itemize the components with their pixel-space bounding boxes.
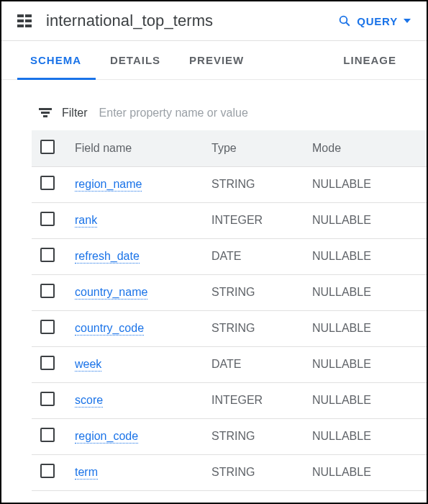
- field-type: INTEGER: [211, 382, 312, 418]
- row-checkbox[interactable]: [40, 356, 55, 370]
- schema-panel: Filter Field name Type Mode region_nameS…: [1, 80, 427, 503]
- filter-icon: [39, 108, 52, 118]
- field-mode: NULLABLE: [312, 274, 427, 310]
- filter-bar: Filter: [32, 102, 427, 130]
- filter-input[interactable]: [98, 106, 427, 120]
- table-row: country_nameSTRINGNULLABLE: [32, 274, 427, 310]
- tab-preview[interactable]: PREVIEW: [175, 41, 258, 79]
- field-mode: NULLABLE: [312, 382, 427, 418]
- filter-label: Filter: [62, 107, 88, 120]
- field-mode: NULLABLE: [312, 202, 427, 238]
- column-header-mode[interactable]: Mode: [312, 130, 427, 166]
- page-title: international_top_terms: [46, 12, 325, 30]
- table-header-row: Field name Type Mode: [32, 130, 427, 166]
- table-row: refresh_dateDATENULLABLE: [32, 238, 427, 274]
- table-row: rankINTEGERNULLABLE: [32, 202, 427, 238]
- tab-bar: SCHEMADETAILSPREVIEWLINEAGE: [1, 41, 427, 80]
- field-type: DATE: [211, 238, 312, 274]
- field-type: DATE: [211, 346, 312, 382]
- table-row: region_codeSTRINGNULLABLE: [32, 418, 427, 454]
- field-link[interactable]: country_code: [75, 322, 144, 336]
- tab-details[interactable]: DETAILS: [96, 41, 175, 79]
- field-link[interactable]: score: [75, 394, 103, 408]
- field-link[interactable]: rank: [75, 214, 97, 228]
- row-checkbox[interactable]: [40, 320, 55, 334]
- table-icon: [17, 14, 33, 27]
- field-link[interactable]: region_name: [75, 178, 142, 192]
- field-link[interactable]: refresh_date: [75, 250, 140, 264]
- table-row: weekDATENULLABLE: [32, 346, 427, 382]
- tab-schema[interactable]: SCHEMA: [17, 41, 96, 79]
- field-type: STRING: [211, 166, 312, 202]
- svg-line-1: [346, 22, 350, 26]
- header-bar: international_top_terms QUERY: [1, 1, 427, 40]
- select-all-checkbox[interactable]: [40, 140, 55, 154]
- tab-lineage[interactable]: LINEAGE: [329, 41, 411, 79]
- chevron-down-icon: [404, 19, 411, 23]
- field-mode: NULLABLE: [312, 310, 427, 346]
- column-header-field-name[interactable]: Field name: [75, 130, 211, 166]
- table-row: country_codeSTRINGNULLABLE: [32, 310, 427, 346]
- field-mode: NULLABLE: [312, 454, 427, 490]
- field-link[interactable]: week: [75, 358, 101, 372]
- field-type: STRING: [211, 274, 312, 310]
- field-type: STRING: [211, 418, 312, 454]
- field-type: INTEGER: [211, 202, 312, 238]
- field-type: STRING: [211, 454, 312, 490]
- row-checkbox[interactable]: [40, 392, 55, 406]
- window-frame: international_top_terms QUERY SCHEMADETA…: [0, 0, 428, 504]
- column-header-type[interactable]: Type: [211, 130, 312, 166]
- field-mode: NULLABLE: [312, 346, 427, 382]
- row-checkbox[interactable]: [40, 464, 55, 478]
- search-icon: [338, 14, 351, 27]
- table-row: termSTRINGNULLABLE: [32, 454, 427, 490]
- field-link[interactable]: country_name: [75, 286, 147, 300]
- query-button[interactable]: QUERY: [338, 14, 411, 27]
- tab-spacer: [258, 41, 329, 79]
- row-checkbox[interactable]: [40, 428, 55, 442]
- table-row: scoreINTEGERNULLABLE: [32, 382, 427, 418]
- schema-table: Field name Type Mode region_nameSTRINGNU…: [32, 130, 427, 491]
- row-checkbox[interactable]: [40, 176, 55, 190]
- field-type: STRING: [211, 310, 312, 346]
- field-link[interactable]: term: [75, 466, 98, 480]
- table-row: region_nameSTRINGNULLABLE: [32, 166, 427, 202]
- row-checkbox[interactable]: [40, 248, 55, 262]
- row-checkbox[interactable]: [40, 212, 55, 226]
- svg-point-0: [340, 17, 347, 24]
- field-mode: NULLABLE: [312, 166, 427, 202]
- field-mode: NULLABLE: [312, 418, 427, 454]
- row-checkbox[interactable]: [40, 284, 55, 298]
- field-mode: NULLABLE: [312, 238, 427, 274]
- field-link[interactable]: region_code: [75, 430, 138, 444]
- query-button-label: QUERY: [357, 15, 398, 27]
